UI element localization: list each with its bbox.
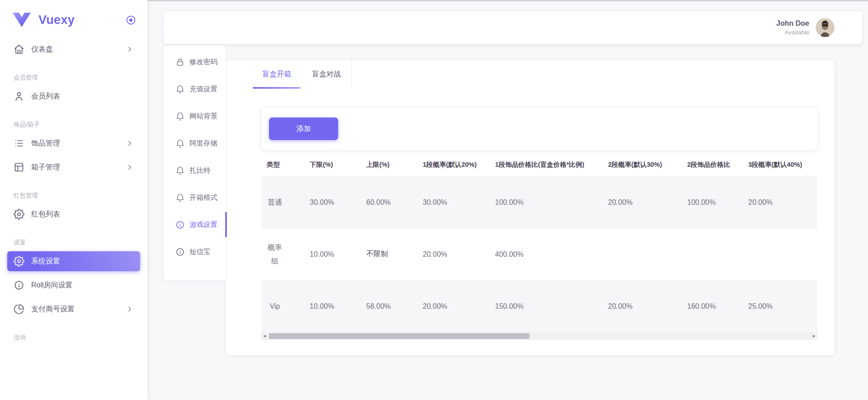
cell-upper: 58.00%	[361, 280, 417, 332]
submenu-item-label: 修改密码	[189, 57, 217, 67]
scroll-left-arrow-icon[interactable]: ◂	[261, 332, 268, 340]
cell-upper: 60.00%	[361, 176, 417, 228]
layout-icon	[14, 162, 24, 173]
sidebar-item-label: 会员列表	[31, 92, 60, 101]
list-icon	[14, 138, 24, 149]
cell-seg1-prob: 20.00%	[417, 228, 490, 280]
cell-seg1-ratio: 150.00%	[490, 280, 603, 332]
sidebar: Vuexy 仪表盘 会员管理 会员列表 饰品/箱子	[0, 0, 147, 400]
lock-icon	[175, 57, 185, 67]
game-settings-panel: 盲盒开箱 盲盒对战 添加 类型 下限(%) 上限(%)	[226, 60, 835, 355]
settings-submenu: 修改密码 充值设置 网站背景 阿里存储 扎比特 开箱模式 游戏设置 短信宝	[164, 45, 226, 280]
bell-icon	[175, 139, 185, 148]
col-header-lower-limit: 下限(%)	[304, 154, 361, 176]
bell-icon	[175, 193, 185, 202]
sidebar-item-label: 系统设置	[31, 257, 60, 266]
sidebar-section-activity: 活动	[7, 334, 140, 342]
cell-seg2-ratio	[682, 228, 743, 280]
col-header-seg3-prob: 3段概率(默认40%)	[743, 154, 817, 176]
submenu-item-label: 扎比特	[189, 166, 211, 175]
submenu-item-zhabite[interactable]: 扎比特	[164, 160, 226, 180]
submenu-item-open-box-mode[interactable]: 开箱模式	[164, 188, 226, 207]
cell-seg2-prob	[603, 228, 682, 280]
cell-lower: 30.00%	[304, 176, 361, 228]
sidebar-section-settings: 设置	[7, 239, 140, 247]
bell-icon	[175, 85, 185, 94]
sidebar-item-box-manage[interactable]: 箱子管理	[7, 157, 140, 177]
sidebar-item-dashboard[interactable]: 仪表盘	[7, 39, 140, 59]
submenu-item-change-password[interactable]: 修改密码	[164, 52, 226, 72]
user-status: Available	[776, 29, 809, 36]
cell-seg1-ratio: 100.00%	[490, 176, 603, 228]
submenu-item-label: 网站背景	[189, 112, 217, 121]
col-header-seg1-price-ratio: 1段饰品价格比(盲盒价格*比例)	[490, 154, 603, 176]
vuexy-logo-icon	[12, 13, 31, 28]
col-header-seg2-prob: 2段概率(默认30%)	[603, 154, 682, 176]
top-scroll-line	[147, 0, 868, 1]
table-row: 普通 30.00% 60.00% 30.00% 100.00% 20.00% 1…	[261, 176, 817, 228]
tab-bar-divider	[351, 60, 352, 89]
tab-bar: 盲盒开箱 盲盒对战	[252, 60, 352, 89]
table-row: 概率组 10.00% 不限制 20.00% 400.00%	[261, 228, 817, 280]
sidebar-section-items-boxes: 饰品/箱子	[7, 121, 140, 129]
cell-lower: 10.00%	[304, 280, 361, 332]
tab-blindbox-open[interactable]: 盲盒开箱	[252, 60, 302, 89]
tab-blindbox-battle[interactable]: 盲盒对战	[302, 60, 351, 89]
gear-icon	[14, 209, 24, 220]
cell-type: 概率组	[267, 241, 283, 268]
app-root: Vuexy 仪表盘 会员管理 会员列表 饰品/箱子	[0, 0, 868, 400]
submenu-item-label: 阿里存储	[189, 139, 217, 148]
submenu-item-label: 开箱模式	[189, 193, 217, 202]
cell-seg3-prob	[743, 228, 817, 280]
sidebar-item-member-list[interactable]: 会员列表	[7, 86, 140, 106]
sidebar-item-item-manage[interactable]: 饰品管理	[7, 133, 140, 153]
user-icon	[14, 91, 24, 102]
info-circle-icon	[14, 280, 24, 291]
scrollbar-thumb[interactable]	[269, 333, 529, 339]
horizontal-scrollbar[interactable]: ◂ ▸	[261, 332, 817, 340]
info-circle-icon	[175, 220, 185, 230]
table-header-row: 类型 下限(%) 上限(%) 1段概率(默认20%) 1段饰品价格比(盲盒价格*…	[261, 154, 817, 176]
cell-type: Vip	[267, 300, 283, 313]
scroll-right-arrow-icon[interactable]: ▸	[811, 332, 817, 340]
submenu-item-ali-storage[interactable]: 阿里存储	[164, 133, 226, 153]
cell-seg2-prob: 20.00%	[603, 280, 682, 332]
cell-seg2-ratio: 160.00%	[682, 280, 743, 332]
sidebar-item-label: 仪表盘	[31, 45, 53, 54]
submenu-item-label: 充值设置	[189, 85, 217, 94]
cell-seg2-ratio: 100.00%	[682, 176, 743, 228]
submenu-item-recharge-settings[interactable]: 充值设置	[164, 79, 226, 99]
cell-type: 普通	[267, 196, 283, 209]
submenu-item-game-settings[interactable]: 游戏设置	[164, 215, 226, 235]
col-header-upper-limit: 上限(%)	[361, 154, 417, 176]
info-circle-icon	[175, 247, 185, 257]
menu-pin-toggle radio-circle-icon[interactable]	[125, 14, 137, 26]
col-header-type: 类型	[261, 154, 304, 176]
cell-seg2-prob: 20.00%	[603, 176, 682, 228]
sidebar-section-members: 会员管理	[7, 74, 140, 82]
add-button[interactable]: 添加	[269, 118, 338, 140]
sidebar-section-redpacket: 红包管理	[7, 192, 140, 200]
submenu-item-label: 游戏设置	[189, 220, 217, 230]
table-toolbar-card: 添加	[261, 108, 817, 150]
col-header-seg2-price-ratio: 2段饰品价格比	[682, 154, 743, 176]
probability-table: 类型 下限(%) 上限(%) 1段概率(默认20%) 1段饰品价格比(盲盒价格*…	[261, 154, 817, 332]
bell-icon	[175, 112, 185, 121]
brand-name: Vuexy	[38, 13, 125, 27]
sidebar-item-roll-room-settings[interactable]: Roll房间设置	[7, 275, 140, 295]
pie-chart-icon	[14, 304, 24, 315]
submenu-item-sms-bao[interactable]: 短信宝	[164, 242, 226, 262]
tab-label: 盲盒开箱	[262, 70, 291, 79]
sidebar-item-payment-merchant-settings[interactable]: 支付商号设置	[7, 299, 140, 319]
chevron-right-icon	[126, 139, 134, 147]
top-navbar: John Doe Available	[164, 11, 862, 44]
user-avatar[interactable]	[816, 18, 835, 37]
sidebar-item-system-settings[interactable]: 系统设置	[7, 251, 140, 271]
user-info: John Doe Available	[776, 19, 809, 36]
chevron-right-icon	[126, 45, 134, 53]
submenu-item-site-background[interactable]: 网站背景	[164, 106, 226, 126]
chevron-right-icon	[126, 163, 134, 171]
sidebar-item-redpacket-list[interactable]: 红包列表	[7, 204, 140, 224]
user-name: John Doe	[776, 19, 809, 28]
home-icon	[14, 44, 24, 55]
